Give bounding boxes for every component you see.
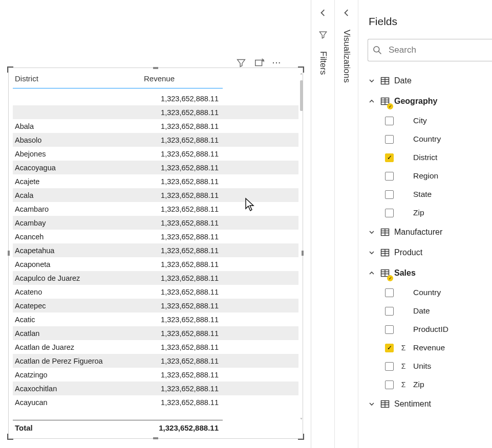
field-checkbox[interactable] <box>385 288 394 297</box>
chevron-up-icon[interactable] <box>368 99 376 104</box>
field-label: Date <box>413 306 430 316</box>
more-options-icon[interactable]: ··· <box>272 59 282 67</box>
field-table-date[interactable]: Date <box>368 71 492 91</box>
field-label: Region <box>413 171 438 181</box>
table-row[interactable]: Abasolo1,323,652,888.11 <box>13 133 298 147</box>
cell-revenue: 1,323,652,888.11 <box>144 150 221 158</box>
table-header[interactable]: District Revenue <box>13 71 298 88</box>
table-row[interactable]: Acambay1,323,652,888.11 <box>13 216 298 230</box>
scroll-down-icon[interactable]: ˅ <box>298 418 304 423</box>
fields-search-input[interactable] <box>388 44 492 56</box>
resize-handle[interactable] <box>153 437 158 439</box>
chevron-down-icon[interactable] <box>368 401 376 407</box>
resize-handle[interactable] <box>153 67 158 69</box>
cell-revenue: 1,323,652,888.11 <box>144 343 221 351</box>
field-label: Country <box>413 135 441 144</box>
fields-pane-title: Fields <box>358 0 492 39</box>
chevron-up-icon[interactable] <box>368 271 376 276</box>
cell-revenue: 1,323,652,888.11 <box>144 288 221 296</box>
table-row[interactable]: 1,323,652,888.11 <box>13 105 298 119</box>
table-row[interactable]: Abala1,323,652,888.11 <box>13 119 298 133</box>
table-row[interactable]: Acatic1,323,652,888.11 <box>13 312 298 326</box>
table-row[interactable]: Acapulco de Juarez1,323,652,888.11 <box>13 271 298 285</box>
field-table-manufacturer[interactable]: Manufacturer <box>368 222 492 242</box>
filter-icon[interactable] <box>236 57 247 69</box>
table-row[interactable]: Acatlan de Juarez1,323,652,888.11 <box>13 340 298 354</box>
field-table-sentiment[interactable]: Sentiment <box>368 394 492 414</box>
table-row[interactable]: Acaxochitlan1,323,652,888.11 <box>13 382 298 395</box>
field-district[interactable]: ✓District <box>385 148 492 167</box>
field-checkbox[interactable] <box>385 307 394 316</box>
chevron-down-icon[interactable] <box>368 230 376 235</box>
cell-revenue: 1,323,652,888.11 <box>144 205 221 213</box>
field-checkbox[interactable] <box>385 325 394 334</box>
table-row[interactable]: Acatzingo1,323,652,888.11 <box>13 368 298 382</box>
table-row[interactable]: Acateno1,323,652,888.11 <box>13 285 298 299</box>
field-checkbox[interactable] <box>385 380 394 389</box>
field-checkbox[interactable]: ✓ <box>385 344 394 352</box>
search-icon <box>372 44 382 56</box>
cell-district: Acatepec <box>13 302 144 310</box>
scroll-up-icon[interactable]: ˄ <box>298 73 304 78</box>
field-label: Zip <box>413 380 424 389</box>
field-city[interactable]: City <box>385 111 492 130</box>
table-row[interactable]: Acacoyagua1,323,652,888.11 <box>13 161 298 174</box>
scroll-thumb[interactable] <box>300 80 303 111</box>
chevron-down-icon[interactable] <box>368 250 376 255</box>
expand-visualizations-icon[interactable] <box>335 0 358 30</box>
table-scrollbar[interactable]: ˄ ˅ <box>298 73 304 423</box>
table-row[interactable]: 1,323,652,888.11 <box>13 92 298 105</box>
column-header-district[interactable]: District <box>13 74 144 83</box>
field-checkbox[interactable] <box>385 117 394 125</box>
field-country[interactable]: Country <box>385 283 492 302</box>
field-country[interactable]: Country <box>385 130 492 148</box>
field-date[interactable]: Date <box>385 302 492 320</box>
filters-pane-collapsed[interactable]: Filters <box>311 0 335 448</box>
table-row[interactable]: Acayucan1,323,652,888.11 <box>13 395 298 409</box>
field-checkbox[interactable] <box>385 362 394 371</box>
field-checkbox[interactable] <box>385 209 394 217</box>
cell-revenue: 1,323,652,888.11 <box>144 177 221 186</box>
resize-handle[interactable] <box>298 434 304 440</box>
sigma-icon: Σ <box>400 344 407 352</box>
field-checkbox[interactable] <box>385 190 394 199</box>
table-row[interactable]: Acaponeta1,323,652,888.11 <box>13 257 298 271</box>
table-row[interactable]: Acambaro1,323,652,888.11 <box>13 202 298 216</box>
column-header-revenue[interactable]: Revenue <box>144 74 221 83</box>
table-row[interactable]: Acanceh1,323,652,888.11 <box>13 230 298 243</box>
field-state[interactable]: State <box>385 185 492 204</box>
table-row[interactable]: Acapetahua1,323,652,888.11 <box>13 243 298 257</box>
field-zip[interactable]: ΣZip <box>385 375 492 394</box>
visualizations-pane-collapsed[interactable]: Visualizations <box>335 0 358 448</box>
field-checkbox[interactable] <box>385 135 394 144</box>
field-region[interactable]: Region <box>385 167 492 185</box>
cell-district: Acatic <box>13 316 144 324</box>
table-row[interactable]: Acatlan1,323,652,888.11 <box>13 326 298 340</box>
chevron-down-icon[interactable] <box>368 78 376 83</box>
field-table-geography[interactable]: ✓Geography <box>368 91 492 111</box>
table-row[interactable]: Acajete1,323,652,888.11 <box>13 174 298 188</box>
table-name: Date <box>394 76 412 85</box>
resize-handle[interactable] <box>8 251 10 256</box>
table-visual[interactable]: District Revenue 1,323,652,888.111,323,6… <box>8 68 303 439</box>
report-canvas[interactable]: ··· District Revenue 1,323,652,888.111,3… <box>0 0 310 448</box>
field-zip[interactable]: Zip <box>385 204 492 222</box>
focus-mode-icon[interactable] <box>254 57 265 69</box>
table-row[interactable]: Acala1,323,652,888.11 <box>13 188 298 202</box>
field-checkbox[interactable] <box>385 172 394 181</box>
expand-filters-icon[interactable] <box>311 0 334 30</box>
table-row[interactable]: Acatlan de Perez Figueroa1,323,652,888.1… <box>13 354 298 368</box>
field-table-sales[interactable]: ✓Sales <box>368 263 492 283</box>
cell-district: Acambay <box>13 219 144 227</box>
resize-handle[interactable] <box>298 66 304 73</box>
cell-district: Acacoyagua <box>13 164 144 172</box>
field-checkbox[interactable]: ✓ <box>385 153 394 162</box>
field-revenue[interactable]: ✓ΣRevenue <box>385 339 492 357</box>
table-row[interactable]: Abejones1,323,652,888.11 <box>13 147 298 161</box>
field-productid[interactable]: ProductID <box>385 320 492 339</box>
table-icon: ✓ <box>380 96 390 106</box>
fields-search-box[interactable] <box>368 39 492 61</box>
field-table-product[interactable]: Product <box>368 242 492 263</box>
table-row[interactable]: Acatepec1,323,652,888.11 <box>13 299 298 312</box>
field-units[interactable]: ΣUnits <box>385 357 492 375</box>
